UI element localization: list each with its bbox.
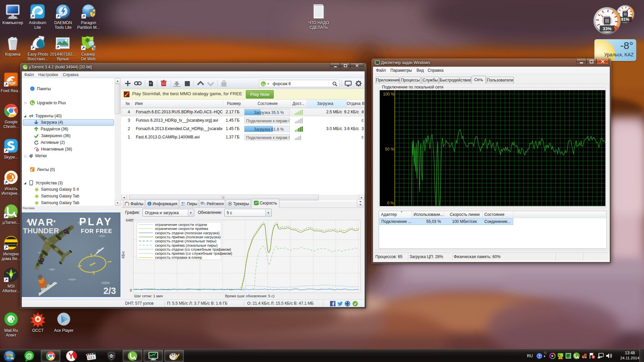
svg-text:!: ! xyxy=(560,356,561,359)
svg-text:THUNDER: THUNDER xyxy=(23,227,59,235)
svg-text:ограничение скорости приёма: ограничение скорости приёма xyxy=(155,227,208,231)
svg-text:50 %: 50 % xyxy=(385,147,394,152)
svg-text:WAR: WAR xyxy=(28,217,54,228)
svg-text:скорость отдачи (локальные пир: скорость отдачи (локальные пиры) xyxy=(155,239,217,243)
svg-text:0 %: 0 % xyxy=(387,201,394,205)
svg-text:скорость отдачи (со служебным: скорость отдачи (со служебным трафиком) xyxy=(155,247,231,251)
svg-text:FOR FREE: FOR FREE xyxy=(81,228,112,234)
svg-text:?: ? xyxy=(538,354,540,359)
svg-text:61%: 61% xyxy=(621,17,629,22)
svg-text:33%: 33% xyxy=(603,26,611,31)
svg-text:скорость отдачи (полезная нагр: скорость отдачи (полезная нагрузка) xyxy=(155,231,220,235)
svg-text:ограничение скорости отдачи: ограничение скорости отдачи xyxy=(155,223,207,227)
svg-text:скорость отправки в плеер: скорость отправки в плеер xyxy=(155,255,202,259)
svg-text:@: @ xyxy=(26,352,33,359)
svg-text:100 %: 100 % xyxy=(383,92,394,97)
svg-text:★: ★ xyxy=(53,219,56,224)
svg-text:★: ★ xyxy=(26,219,30,224)
svg-text:скорость приёма (локальные пир: скорость приёма (локальные пиры) xyxy=(155,243,218,247)
svg-text:скорость приёма (полезная нагр: скорость приёма (полезная нагрузка) xyxy=(155,235,221,239)
svg-text:2/3: 2/3 xyxy=(103,286,116,296)
svg-text:PDF: PDF xyxy=(7,81,16,86)
svg-text:Y: Y xyxy=(68,352,73,360)
svg-text:PLAY: PLAY xyxy=(79,216,113,228)
svg-text:скорость приёма (со служебным: скорость приёма (со служебным трафиком) xyxy=(155,251,232,255)
